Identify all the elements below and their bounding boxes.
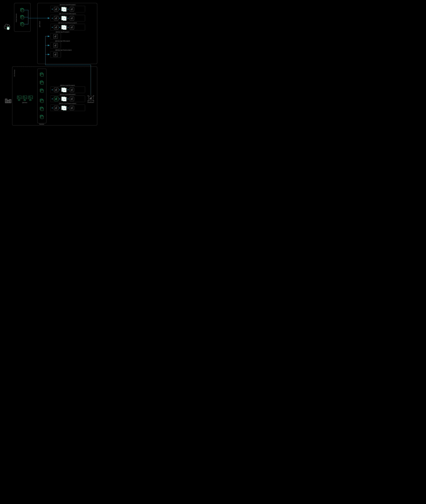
svg-rect-91: [91, 98, 91, 99]
svg-rect-61: [72, 89, 72, 91]
svg-rect-62: [72, 89, 72, 91]
svg-rect-49: [55, 54, 56, 56]
svg-point-15: [55, 18, 56, 18]
db-icon: [20, 22, 24, 26]
svg-point-5: [57, 8, 57, 8]
svg-rect-54: [55, 90, 56, 91]
svg-rect-36: [55, 36, 55, 37]
svg-point-9: [71, 9, 71, 9]
svg-point-45: [55, 45, 55, 45]
svg-rect-18: [71, 18, 71, 19]
svg-rect-32: [72, 26, 72, 28]
svg-rect-8: [72, 8, 72, 10]
svg-point-51: [55, 54, 55, 55]
svg-rect-14: [57, 17, 57, 19]
svg-rect-44: [56, 45, 56, 46]
label-qlikview: QlikView: [17, 102, 32, 103]
svg-point-94: [91, 98, 91, 98]
svg-point-69: [55, 98, 56, 99]
app-icon: [70, 97, 74, 101]
svg-point-58: [56, 89, 56, 89]
svg-rect-50: [56, 54, 56, 55]
qvd-label: QVD: [64, 18, 65, 19]
svg-point-89: [72, 107, 72, 107]
svg-rect-38: [56, 35, 56, 37]
svg-rect-24: [55, 27, 56, 28]
svg-rect-90: [90, 98, 90, 99]
svg-point-83: [57, 107, 57, 107]
app-icon: [70, 16, 74, 21]
svg-rect-55: [56, 89, 56, 91]
svg-point-11: [72, 8, 72, 8]
svg-point-95: [91, 97, 92, 97]
svg-point-75: [71, 98, 71, 99]
qvd-files-icon: QV QVD: [61, 97, 67, 101]
diagram-canvas: Cloud Sources Qlik Cloud Qlik Sense Asse…: [2, 2, 99, 127]
svg-point-40: [55, 35, 56, 36]
qvd-files-icon: QV QVD: [61, 25, 67, 29]
svg-point-53: [56, 53, 56, 54]
svg-rect-78: [55, 108, 56, 109]
pipeline: QV QVD: [52, 7, 74, 11]
svg-point-82: [56, 107, 56, 107]
svg-rect-86: [72, 107, 72, 109]
svg-point-41: [56, 35, 56, 35]
svg-point-65: [72, 89, 72, 89]
svg-rect-13: [56, 18, 56, 19]
qvd-label: QVD: [64, 108, 65, 109]
arrow-icon: [52, 107, 53, 109]
asset-title: Qlik Sense Asset Finance project2: [50, 22, 85, 24]
label-cloud-sources: Cloud Sources: [15, 14, 17, 22]
asset-box-qv-app-crm2: [50, 42, 61, 49]
svg-rect-80: [57, 107, 57, 109]
qvd-files-icon: QV QVD: [61, 7, 67, 11]
asset-box-qs-crm1: QV QVD: [50, 15, 85, 21]
app-icon: [54, 97, 58, 101]
svg-point-27: [55, 27, 56, 27]
cloud-db-icon: [7, 27, 9, 30]
asset-title: Qlik Sense Asset RH project2: [50, 4, 85, 6]
svg-rect-25: [56, 27, 56, 28]
db-icon: [40, 73, 43, 77]
svg-rect-20: [72, 17, 72, 19]
svg-rect-84: [71, 108, 71, 109]
app-icon: [70, 106, 74, 110]
arrow-icon: [52, 98, 53, 99]
svg-rect-79: [56, 108, 56, 109]
arrow-icon: [59, 98, 60, 99]
arrow-icon: [68, 89, 69, 91]
db-icon: [40, 81, 43, 85]
app-icon: [53, 34, 58, 39]
svg-point-47: [56, 44, 56, 44]
svg-point-3: [55, 9, 56, 9]
label-qlik-cloud: Qlik Cloud: [39, 21, 40, 27]
qvd-files-icon: QV QVD: [61, 16, 67, 21]
svg-point-35: [72, 26, 72, 26]
svg-rect-60: [71, 90, 71, 91]
arrow-icon: [68, 27, 69, 28]
svg-rect-85: [72, 108, 72, 109]
qvd-files-icon: QV QVD: [61, 106, 67, 110]
arrow-icon: [59, 18, 60, 19]
label-distribution: Distribution: [86, 102, 95, 103]
qvd-label: QVD: [64, 9, 65, 10]
qvd-label: QVD: [64, 90, 65, 91]
app-icon: [53, 52, 58, 57]
pipeline: QV QVD: [52, 88, 74, 92]
app-icon: [54, 106, 58, 110]
db-icon: [40, 99, 43, 103]
db-icon: [20, 8, 24, 12]
svg-rect-66: [55, 99, 56, 100]
db-icon: [40, 115, 43, 119]
svg-point-46: [55, 45, 56, 45]
svg-rect-68: [57, 98, 57, 100]
arrow-icon: [59, 27, 60, 28]
app-icon: [70, 7, 74, 11]
arrow-icon: [59, 107, 60, 109]
arrow-icon: [59, 8, 60, 10]
db-icon: [40, 107, 43, 111]
qvd-label: QVD: [64, 99, 65, 100]
app-icon: [54, 88, 58, 92]
arrow-icon: [52, 27, 53, 28]
app-icon: [54, 7, 58, 11]
